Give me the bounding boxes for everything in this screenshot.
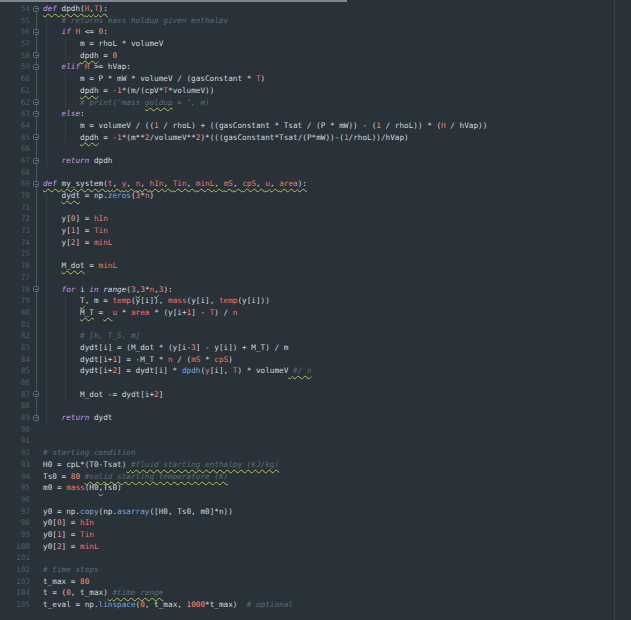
line-number[interactable]: 90 bbox=[0, 424, 30, 436]
line-number[interactable]: 101 bbox=[0, 552, 30, 564]
code-line[interactable]: 54def dpdh(H,T): bbox=[0, 3, 631, 15]
code-line[interactable]: 101 bbox=[0, 552, 631, 564]
code-line[interactable]: 72 y[0] = hIn bbox=[0, 213, 631, 225]
code-line[interactable]: 73 y[1] = Tin bbox=[0, 225, 631, 237]
line-number[interactable]: 83 bbox=[0, 342, 30, 354]
code-line[interactable]: 63 else: bbox=[0, 108, 631, 120]
code-line[interactable]: 95m0 = mass(H0,Ts0) bbox=[0, 482, 631, 494]
line-number[interactable]: 89 bbox=[0, 412, 30, 424]
line-number[interactable]: 92 bbox=[0, 447, 30, 459]
code-line[interactable]: 68 bbox=[0, 167, 631, 179]
code-line[interactable]: 90 bbox=[0, 424, 631, 436]
line-number[interactable]: 54 bbox=[0, 3, 30, 15]
line-number[interactable]: 86 bbox=[0, 377, 30, 389]
line-number[interactable]: 78 bbox=[0, 284, 30, 296]
fold-marker-icon[interactable] bbox=[33, 64, 39, 70]
code-line[interactable]: 87 M_dot -= dydt[i+2] bbox=[0, 389, 631, 401]
line-number[interactable]: 57 bbox=[0, 38, 30, 50]
fold-marker-icon[interactable] bbox=[33, 134, 39, 140]
line-number[interactable]: 97 bbox=[0, 506, 30, 518]
line-number[interactable]: 68 bbox=[0, 167, 30, 179]
line-number[interactable]: 55 bbox=[0, 15, 30, 27]
line-number[interactable]: 99 bbox=[0, 529, 30, 541]
code-line[interactable]: 89 return dydt bbox=[0, 412, 631, 424]
line-number[interactable]: 75 bbox=[0, 248, 30, 260]
code-line[interactable]: 74 y[2] = minL bbox=[0, 237, 631, 249]
code-line[interactable]: 65 dpdh = -1*(m**2/volumeV**2)*(((gasCon… bbox=[0, 132, 631, 144]
code-line[interactable]: 60 m = P * mW * volumeV / (gasConstant *… bbox=[0, 73, 631, 85]
line-number[interactable]: 96 bbox=[0, 494, 30, 506]
line-number[interactable]: 74 bbox=[0, 237, 30, 249]
fold-marker-icon[interactable] bbox=[33, 99, 39, 105]
code-line[interactable]: 61 dpdh = -1*(m/(cpV*T*volumeV)) bbox=[0, 85, 631, 97]
code-line[interactable]: 84 dydt[i+1] = -M_T * n / (mS * cpS) bbox=[0, 354, 631, 366]
fold-marker-icon[interactable] bbox=[33, 29, 39, 35]
line-number[interactable]: 76 bbox=[0, 260, 30, 272]
code-line[interactable]: 82 # [h, T_S, m] bbox=[0, 330, 631, 342]
line-number[interactable]: 93 bbox=[0, 459, 30, 471]
line-number[interactable]: 103 bbox=[0, 576, 30, 588]
code-line[interactable]: 62 # print("mass goldup = ", m) bbox=[0, 97, 631, 109]
line-number[interactable]: 80 bbox=[0, 307, 30, 319]
line-number[interactable]: 85 bbox=[0, 365, 30, 377]
line-number[interactable]: 94 bbox=[0, 471, 30, 483]
line-number[interactable]: 84 bbox=[0, 354, 30, 366]
code-line[interactable]: 100y0[2] = minL bbox=[0, 541, 631, 553]
fold-marker-icon[interactable] bbox=[33, 181, 39, 187]
line-number[interactable]: 71 bbox=[0, 202, 30, 214]
fold-marker-icon[interactable] bbox=[33, 52, 39, 58]
code-line[interactable]: 71 bbox=[0, 202, 631, 214]
line-number[interactable]: 98 bbox=[0, 517, 30, 529]
line-number[interactable]: 60 bbox=[0, 73, 30, 85]
line-number[interactable]: 59 bbox=[0, 61, 30, 73]
fold-marker-icon[interactable] bbox=[33, 391, 39, 397]
line-number[interactable]: 77 bbox=[0, 272, 30, 284]
code-line[interactable]: 58 dpdh = 0 bbox=[0, 50, 631, 62]
line-number[interactable]: 58 bbox=[0, 50, 30, 62]
code-line[interactable]: 69def my_system(t, y, n, hIn, Tin, minL,… bbox=[0, 178, 631, 190]
code-line[interactable]: 77 bbox=[0, 272, 631, 284]
line-number[interactable]: 70 bbox=[0, 190, 30, 202]
line-number[interactable]: 95 bbox=[0, 482, 30, 494]
code-line[interactable]: 94Ts0 = 80 #solid starting temperature (… bbox=[0, 471, 631, 483]
code-line[interactable]: 81 bbox=[0, 319, 631, 331]
code-line[interactable]: 86 bbox=[0, 377, 631, 389]
line-number[interactable]: 87 bbox=[0, 389, 30, 401]
code-line[interactable]: 80 M_T = u * area * (y[i+1] - T) / n bbox=[0, 307, 631, 319]
code-line[interactable]: 67 return dpdh bbox=[0, 155, 631, 167]
line-number[interactable]: 63 bbox=[0, 108, 30, 120]
line-number[interactable]: 105 bbox=[0, 599, 30, 611]
fold-marker-icon[interactable] bbox=[33, 111, 39, 117]
line-number[interactable]: 67 bbox=[0, 155, 30, 167]
line-number[interactable]: 56 bbox=[0, 26, 30, 38]
line-number[interactable]: 65 bbox=[0, 132, 30, 144]
code-line[interactable]: 55 # returns mass holdup given enthalpy bbox=[0, 15, 631, 27]
line-number[interactable]: 102 bbox=[0, 564, 30, 576]
line-number[interactable]: 69 bbox=[0, 178, 30, 190]
code-editor[interactable]: 54def dpdh(H,T):55 # returns mass holdup… bbox=[0, 0, 631, 620]
code-line[interactable]: 79 T, m = temp(y[i]), mass(y[i], temp(y[… bbox=[0, 295, 631, 307]
line-number[interactable]: 66 bbox=[0, 143, 30, 155]
code-line[interactable]: 93H0 = cpL*(T0-Tsat) #fluid starting ent… bbox=[0, 459, 631, 471]
line-number[interactable]: 73 bbox=[0, 225, 30, 237]
line-number[interactable]: 61 bbox=[0, 85, 30, 97]
code-line[interactable]: 83 dydt[i] = (M_dot * (y[i-3] - y[i]) + … bbox=[0, 342, 631, 354]
code-line[interactable]: 103t_max = 80 bbox=[0, 576, 631, 588]
code-line[interactable]: 102# time steps bbox=[0, 564, 631, 576]
code-line[interactable]: 91 bbox=[0, 435, 631, 447]
code-line[interactable]: 76 M_dot = minL bbox=[0, 260, 631, 272]
fold-marker-icon[interactable] bbox=[33, 6, 39, 12]
code-line[interactable]: 56 if H <= 0: bbox=[0, 26, 631, 38]
fold-marker-icon[interactable] bbox=[33, 158, 39, 164]
code-line[interactable]: 78 for i in range(3,3*n,3): bbox=[0, 284, 631, 296]
line-number[interactable]: 91 bbox=[0, 435, 30, 447]
code-line[interactable]: 96 bbox=[0, 494, 631, 506]
code-lines-container[interactable]: 54def dpdh(H,T):55 # returns mass holdup… bbox=[0, 3, 631, 611]
line-number[interactable]: 82 bbox=[0, 330, 30, 342]
code-line[interactable]: 92# starting condition bbox=[0, 447, 631, 459]
fold-marker-icon[interactable] bbox=[33, 286, 39, 292]
line-number[interactable]: 81 bbox=[0, 319, 30, 331]
code-line[interactable]: 88 bbox=[0, 400, 631, 412]
line-number[interactable]: 88 bbox=[0, 400, 30, 412]
line-number[interactable]: 79 bbox=[0, 295, 30, 307]
